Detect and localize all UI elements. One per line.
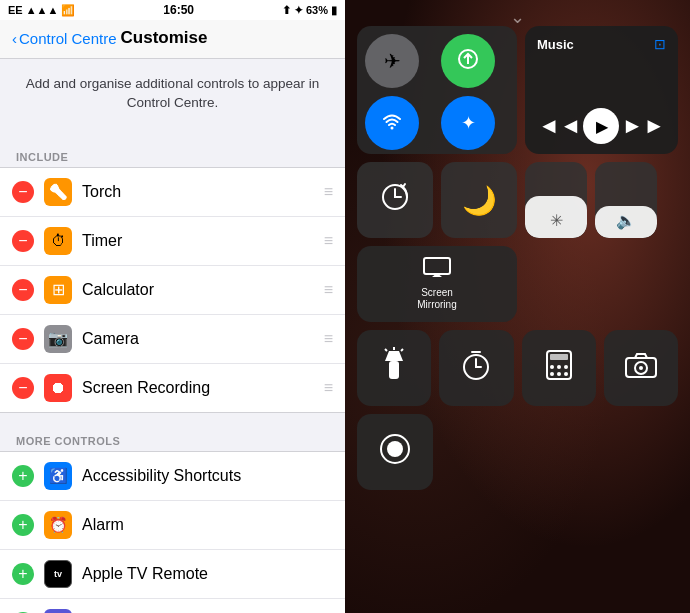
camera-label: Camera: [82, 330, 316, 348]
screen-mirroring-button[interactable]: ScreenMirroring: [357, 246, 517, 322]
svg-point-1: [391, 126, 394, 129]
play-pause-button[interactable]: ▶: [583, 108, 619, 144]
cc-row-1: ✈ ✦: [357, 26, 678, 154]
calculator-quick-button[interactable]: [522, 330, 596, 406]
cc-row-3: ScreenMirroring: [357, 246, 678, 322]
description-text: Add and organise additional controls to …: [0, 59, 345, 129]
screen-record-quick-button[interactable]: [357, 414, 433, 490]
status-right: ⬆ ✦ 63% ▮: [282, 4, 337, 17]
svg-point-21: [639, 366, 643, 370]
camera-quick-button[interactable]: [604, 330, 678, 406]
svg-point-18: [564, 372, 568, 376]
screen-recording-label: Screen Recording: [82, 379, 316, 397]
svg-rect-12: [550, 354, 568, 360]
battery-text: 63%: [306, 4, 328, 16]
list-item: + tv Apple TV Remote: [0, 550, 345, 599]
bluetooth-icon: ✦: [461, 112, 476, 134]
list-item: − ⊞ Calculator ≡: [0, 266, 345, 315]
reorder-icon[interactable]: ≡: [324, 281, 333, 299]
list-item: − 🔦 Torch ≡: [0, 168, 345, 217]
cc-row-5: [357, 414, 678, 490]
do-not-disturb-button[interactable]: 🌙: [441, 162, 517, 238]
brightness-slider[interactable]: ✳: [525, 162, 587, 238]
moon-icon: 🌙: [462, 184, 497, 217]
reorder-icon[interactable]: ≡: [324, 183, 333, 201]
reorder-icon[interactable]: ≡: [324, 330, 333, 348]
music-top-bar: Music ⊡: [537, 36, 666, 52]
alarm-icon: ⏰: [44, 511, 72, 539]
cc-row-4: [357, 330, 678, 406]
timer-icon: ⏱: [44, 227, 72, 255]
screen-recording-icon: ⏺: [44, 374, 72, 402]
svg-point-14: [557, 365, 561, 369]
include-section-header: INCLUDE: [0, 145, 345, 167]
remove-calculator-button[interactable]: −: [12, 279, 34, 301]
accessibility-icon: ♿: [44, 462, 72, 490]
more-controls-section-header: MORE CONTROLS: [0, 429, 345, 451]
svg-line-8: [401, 349, 403, 351]
svg-point-16: [550, 372, 554, 376]
screen-record-cc-icon: [379, 433, 411, 472]
add-accessibility-button[interactable]: +: [12, 465, 34, 487]
list-item: + ⏰ Alarm: [0, 501, 345, 550]
wifi-status-icon: 📶: [61, 4, 75, 17]
volume-slider[interactable]: 🔈: [595, 162, 657, 238]
signal-icon: ▲▲▲: [26, 4, 59, 16]
svg-point-17: [557, 372, 561, 376]
previous-track-button[interactable]: ◄◄: [538, 113, 582, 139]
timer-quick-button[interactable]: [439, 330, 513, 406]
music-title-label: Music: [537, 37, 574, 52]
airplane-mode-button[interactable]: ✈: [365, 34, 419, 88]
bluetooth-status-icon: ✦: [294, 4, 303, 17]
accessibility-label: Accessibility Shortcuts: [82, 467, 333, 485]
camera-icon: 📷: [44, 325, 72, 353]
remove-camera-button[interactable]: −: [12, 328, 34, 350]
wifi-button[interactable]: [365, 96, 419, 150]
cc-connectivity-panel: ✈ ✦: [357, 26, 517, 154]
next-track-button[interactable]: ►►: [621, 113, 665, 139]
brightness-icon: ✳: [550, 211, 563, 230]
torch-cc-icon: [381, 347, 407, 390]
reorder-icon[interactable]: ≡: [324, 232, 333, 250]
remove-torch-button[interactable]: −: [12, 181, 34, 203]
time-display: 16:50: [163, 3, 194, 17]
wifi-icon: [381, 110, 403, 137]
airplay-icon[interactable]: ⊡: [654, 36, 666, 52]
cellular-button[interactable]: [441, 34, 495, 88]
cc-close-chevron[interactable]: ⌄: [510, 6, 525, 28]
list-item: − ⏺ Screen Recording ≡: [0, 364, 345, 412]
back-chevron-icon: ‹: [12, 30, 17, 47]
nav-bar: ‹ Control Centre Customise: [0, 20, 345, 59]
add-appletv-button[interactable]: +: [12, 563, 34, 585]
battery-icon: ▮: [331, 4, 337, 17]
cellular-icon: [457, 48, 479, 75]
left-panel: EE ▲▲▲ 📶 16:50 ⬆ ✦ 63% ▮ ‹ Control Centr…: [0, 0, 345, 613]
torch-icon: 🔦: [44, 178, 72, 206]
list-item: + ♿ Accessibility Shortcuts: [0, 452, 345, 501]
carrier-text: EE: [8, 4, 23, 16]
bluetooth-button[interactable]: ✦: [441, 96, 495, 150]
music-controls: ◄◄ ▶ ►►: [537, 108, 666, 144]
appletv-label: Apple TV Remote: [82, 565, 333, 583]
svg-rect-4: [389, 361, 399, 379]
timer-cc-icon: [460, 349, 492, 388]
screen-mirroring-label: ScreenMirroring: [417, 287, 456, 311]
status-bar: EE ▲▲▲ 📶 16:50 ⬆ ✦ 63% ▮: [0, 0, 345, 20]
calculator-label: Calculator: [82, 281, 316, 299]
airplane-icon: ✈: [384, 49, 401, 73]
dnd-driving-icon: 🚗: [44, 609, 72, 613]
orientation-lock-button[interactable]: [357, 162, 433, 238]
remove-screen-recording-button[interactable]: −: [12, 377, 34, 399]
svg-point-15: [564, 365, 568, 369]
torch-quick-button[interactable]: [357, 330, 431, 406]
more-controls-list: + ♿ Accessibility Shortcuts + ⏰ Alarm + …: [0, 451, 345, 613]
calculator-icon: ⊞: [44, 276, 72, 304]
add-alarm-button[interactable]: +: [12, 514, 34, 536]
screen-mirroring-icon: [423, 257, 451, 285]
svg-point-13: [550, 365, 554, 369]
remove-timer-button[interactable]: −: [12, 230, 34, 252]
reorder-icon[interactable]: ≡: [324, 379, 333, 397]
back-button[interactable]: ‹ Control Centre: [12, 30, 117, 47]
cc-music-player[interactable]: Music ⊡ ◄◄ ▶ ►►: [525, 26, 678, 154]
volume-icon: 🔈: [616, 211, 636, 230]
